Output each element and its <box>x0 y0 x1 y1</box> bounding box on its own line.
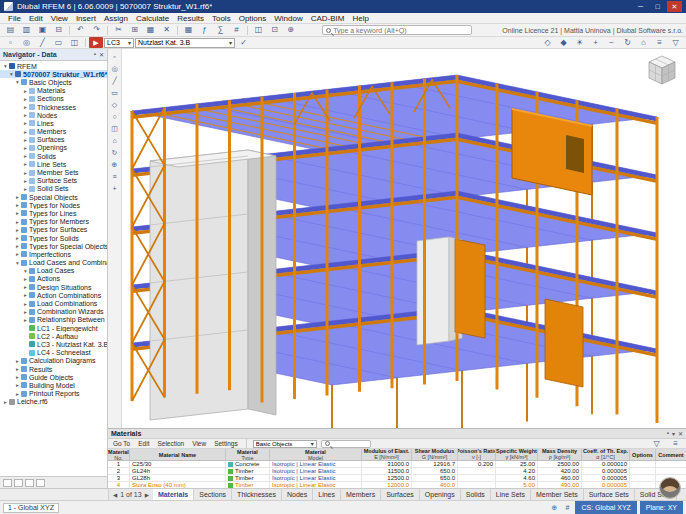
3d-viewport[interactable] <box>122 49 686 428</box>
collapse-panel-icon[interactable]: ▾ <box>672 430 675 437</box>
tree-item[interactable]: Materials <box>0 87 107 95</box>
tab-member-sets[interactable]: Member Sets <box>531 489 584 500</box>
navigator-tab-display[interactable] <box>14 479 23 487</box>
tree-item[interactable]: Types for Solids <box>0 234 107 242</box>
tree-item[interactable]: Basic Objects <box>0 78 107 86</box>
snap-icon[interactable]: ⊕ <box>109 159 121 170</box>
menu-view[interactable]: View <box>47 14 72 23</box>
menu-insert[interactable]: Insert <box>72 14 100 23</box>
tree-item[interactable]: Member Sets <box>0 168 107 176</box>
copy-icon[interactable]: ⊞ <box>127 24 142 36</box>
navigator-tab-data[interactable] <box>3 479 12 487</box>
tree-item[interactable]: Types for Surfaces <box>0 226 107 234</box>
undo-icon[interactable]: ↶ <box>73 24 88 36</box>
column-header[interactable]: Mass Densityρ [kg/m³] <box>538 449 582 460</box>
surface-tool-icon[interactable]: ◫ <box>67 37 82 49</box>
column-header[interactable]: Shear ModulusG [N/mm²] <box>412 449 458 460</box>
column-header[interactable]: Comment <box>656 449 686 460</box>
tree-item[interactable]: Types for Special Objects <box>0 242 107 250</box>
materials-menu-edit[interactable]: Edit <box>136 440 151 447</box>
menu-file[interactable]: File <box>4 14 25 23</box>
coordinate-system-indicator[interactable]: CS: Global XYZ <box>575 501 636 514</box>
pin-icon[interactable]: ▪ <box>94 51 96 58</box>
insert-opening-icon[interactable]: ○ <box>109 111 121 122</box>
materials-menu-view[interactable]: View <box>190 440 208 447</box>
tree-item[interactable]: Thicknesses <box>0 103 107 111</box>
tree-item[interactable]: RFEM <box>0 62 107 70</box>
insert-line-icon[interactable]: ╱ <box>109 75 121 86</box>
menu-help[interactable]: Help <box>348 14 372 23</box>
menu-calculate[interactable]: Calculate <box>132 14 173 23</box>
pin-panel-icon[interactable]: ▪ <box>667 430 669 437</box>
delete-icon[interactable]: ✕ <box>159 24 174 36</box>
materials-menu-selection[interactable]: Selection <box>155 440 186 447</box>
tree-item[interactable]: Design Situations <box>0 283 107 291</box>
column-header[interactable]: Modulus of Elast.E [N/mm²] <box>362 449 412 460</box>
tree-item[interactable]: LC3 - Nutzlast Kat. 3.B <box>0 340 107 348</box>
tree-item[interactable]: Surfaces <box>0 136 107 144</box>
close-button[interactable]: ✕ <box>667 1 682 12</box>
tree-item[interactable]: Printout Reports <box>0 390 107 398</box>
column-header[interactable]: Options <box>630 449 656 460</box>
tree-item[interactable]: Types for Nodes <box>0 201 107 209</box>
column-header[interactable]: Coeff. of Th. Exp.α [1/°C] <box>582 449 630 460</box>
tree-item[interactable]: Load Combinations <box>0 299 107 307</box>
rotate-icon[interactable]: ↻ <box>109 147 121 158</box>
column-header[interactable]: Poisson's Ratioν [-] <box>458 449 496 460</box>
tab-surfaces[interactable]: Surfaces <box>381 489 420 500</box>
tree-item[interactable]: 5070007 Struktur_W1.rf6* <box>0 70 107 78</box>
materials-menu-goto[interactable]: Go To <box>111 440 132 447</box>
tree-item[interactable]: Line Sets <box>0 160 107 168</box>
tree-item[interactable]: Actions <box>0 275 107 283</box>
tree-item[interactable]: Types for Lines <box>0 209 107 217</box>
layers-icon[interactable]: ≡ <box>652 37 667 49</box>
previous-table-icon[interactable]: ◀ <box>113 492 117 498</box>
menu-window[interactable]: Window <box>270 14 306 23</box>
menu-edit[interactable]: Edit <box>25 14 47 23</box>
insert-member-icon[interactable]: ▭ <box>109 87 121 98</box>
calculate-run-icon[interactable]: ▶ <box>89 37 103 48</box>
filter-icon[interactable]: ▽ <box>668 37 683 49</box>
tree-item[interactable]: Lines <box>0 119 107 127</box>
tree-item[interactable]: Imperfections <box>0 250 107 258</box>
home-view-icon[interactable]: ⌂ <box>636 37 651 49</box>
member-tool-icon[interactable]: ▭ <box>51 37 66 49</box>
grid-toggle-icon[interactable]: # <box>562 504 572 511</box>
menu-assign[interactable]: Assign <box>100 14 132 23</box>
table-search-box[interactable] <box>321 440 371 448</box>
tree-item[interactable]: Results <box>0 365 107 373</box>
tables-icon[interactable]: ▦ <box>181 24 196 36</box>
zoom-plus-icon[interactable]: + <box>109 183 121 194</box>
cut-icon[interactable]: ✂ <box>111 24 126 36</box>
tree-item[interactable]: Leiche.rf6 <box>0 398 107 406</box>
tree-item[interactable]: Openings <box>0 144 107 152</box>
column-header[interactable]: Material Name <box>130 449 226 460</box>
tab-surface-sets[interactable]: Surface Sets <box>584 489 635 500</box>
menu-cad-bim[interactable]: CAD-BIM <box>307 14 349 23</box>
keyword-search-box[interactable] <box>322 25 472 35</box>
rotate-view-icon[interactable]: ↻ <box>620 37 635 49</box>
menu-tools[interactable]: Tools <box>208 14 235 23</box>
redo-icon[interactable]: ↷ <box>89 24 104 36</box>
tree-item[interactable]: Building Model <box>0 381 107 389</box>
tab-members[interactable]: Members <box>341 489 381 500</box>
maximize-button[interactable]: □ <box>650 1 665 12</box>
function-icon[interactable]: ƒ <box>197 24 212 36</box>
wireframe-icon[interactable]: ◇ <box>540 37 555 49</box>
table-filter-selector[interactable]: Basic Objects ▾ <box>253 440 317 448</box>
tree-item[interactable]: Sections <box>0 95 107 103</box>
tab-thicknesses[interactable]: Thicknesses <box>232 489 282 500</box>
column-header[interactable]: MaterialType <box>226 449 270 460</box>
new-file-icon[interactable]: ▤ <box>3 24 18 36</box>
zoom-in-icon[interactable]: + <box>588 37 603 49</box>
menu-options[interactable]: Options <box>235 14 271 23</box>
menu-results[interactable]: Results <box>173 14 208 23</box>
tab-line-sets[interactable]: Line Sets <box>491 489 531 500</box>
print-icon[interactable]: ⊟ <box>51 24 66 36</box>
column-header[interactable]: Specific Weightγ [kN/m³] <box>496 449 538 460</box>
save-icon[interactable]: ▣ <box>35 24 50 36</box>
tree-item[interactable]: Guide Objects <box>0 373 107 381</box>
select-arrow-icon[interactable]: ▫ <box>109 51 121 62</box>
tree-item[interactable]: Combination Wizards <box>0 308 107 316</box>
work-plane-indicator[interactable]: Plane: XY <box>640 501 683 514</box>
